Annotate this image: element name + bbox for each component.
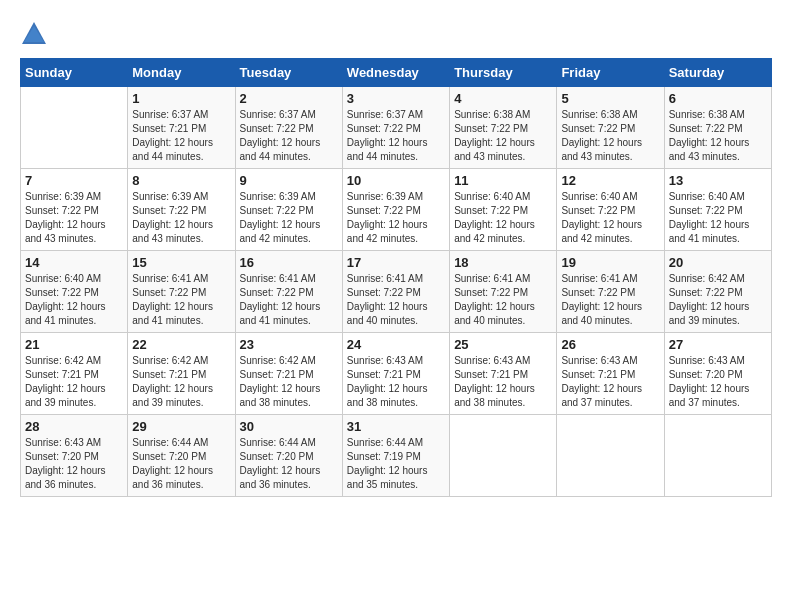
day-number: 15 [132, 255, 230, 270]
calendar-cell: 23Sunrise: 6:42 AM Sunset: 7:21 PM Dayli… [235, 333, 342, 415]
calendar-cell: 25Sunrise: 6:43 AM Sunset: 7:21 PM Dayli… [450, 333, 557, 415]
calendar-cell: 22Sunrise: 6:42 AM Sunset: 7:21 PM Dayli… [128, 333, 235, 415]
day-header-saturday: Saturday [664, 59, 771, 87]
day-header-sunday: Sunday [21, 59, 128, 87]
calendar-cell: 4Sunrise: 6:38 AM Sunset: 7:22 PM Daylig… [450, 87, 557, 169]
calendar-body: 1Sunrise: 6:37 AM Sunset: 7:21 PM Daylig… [21, 87, 772, 497]
calendar-cell [664, 415, 771, 497]
day-detail: Sunrise: 6:42 AM Sunset: 7:22 PM Dayligh… [669, 272, 767, 328]
day-detail: Sunrise: 6:38 AM Sunset: 7:22 PM Dayligh… [669, 108, 767, 164]
logo [20, 20, 50, 48]
calendar-cell: 17Sunrise: 6:41 AM Sunset: 7:22 PM Dayli… [342, 251, 449, 333]
day-detail: Sunrise: 6:37 AM Sunset: 7:22 PM Dayligh… [347, 108, 445, 164]
calendar-week-4: 21Sunrise: 6:42 AM Sunset: 7:21 PM Dayli… [21, 333, 772, 415]
calendar-cell: 15Sunrise: 6:41 AM Sunset: 7:22 PM Dayli… [128, 251, 235, 333]
day-number: 17 [347, 255, 445, 270]
day-detail: Sunrise: 6:42 AM Sunset: 7:21 PM Dayligh… [132, 354, 230, 410]
calendar-cell: 26Sunrise: 6:43 AM Sunset: 7:21 PM Dayli… [557, 333, 664, 415]
day-detail: Sunrise: 6:41 AM Sunset: 7:22 PM Dayligh… [132, 272, 230, 328]
day-header-wednesday: Wednesday [342, 59, 449, 87]
day-number: 4 [454, 91, 552, 106]
day-number: 26 [561, 337, 659, 352]
day-detail: Sunrise: 6:41 AM Sunset: 7:22 PM Dayligh… [347, 272, 445, 328]
day-detail: Sunrise: 6:40 AM Sunset: 7:22 PM Dayligh… [561, 190, 659, 246]
day-detail: Sunrise: 6:44 AM Sunset: 7:19 PM Dayligh… [347, 436, 445, 492]
day-detail: Sunrise: 6:42 AM Sunset: 7:21 PM Dayligh… [240, 354, 338, 410]
day-number: 30 [240, 419, 338, 434]
day-detail: Sunrise: 6:41 AM Sunset: 7:22 PM Dayligh… [240, 272, 338, 328]
calendar-cell: 1Sunrise: 6:37 AM Sunset: 7:21 PM Daylig… [128, 87, 235, 169]
calendar-cell: 27Sunrise: 6:43 AM Sunset: 7:20 PM Dayli… [664, 333, 771, 415]
calendar-cell: 12Sunrise: 6:40 AM Sunset: 7:22 PM Dayli… [557, 169, 664, 251]
calendar-cell: 6Sunrise: 6:38 AM Sunset: 7:22 PM Daylig… [664, 87, 771, 169]
calendar-cell: 31Sunrise: 6:44 AM Sunset: 7:19 PM Dayli… [342, 415, 449, 497]
day-detail: Sunrise: 6:37 AM Sunset: 7:22 PM Dayligh… [240, 108, 338, 164]
calendar-cell: 28Sunrise: 6:43 AM Sunset: 7:20 PM Dayli… [21, 415, 128, 497]
day-detail: Sunrise: 6:39 AM Sunset: 7:22 PM Dayligh… [25, 190, 123, 246]
day-detail: Sunrise: 6:41 AM Sunset: 7:22 PM Dayligh… [561, 272, 659, 328]
day-number: 1 [132, 91, 230, 106]
day-number: 29 [132, 419, 230, 434]
calendar-cell: 5Sunrise: 6:38 AM Sunset: 7:22 PM Daylig… [557, 87, 664, 169]
day-number: 19 [561, 255, 659, 270]
calendar-cell: 3Sunrise: 6:37 AM Sunset: 7:22 PM Daylig… [342, 87, 449, 169]
day-number: 20 [669, 255, 767, 270]
day-number: 16 [240, 255, 338, 270]
day-header-tuesday: Tuesday [235, 59, 342, 87]
day-number: 14 [25, 255, 123, 270]
day-number: 6 [669, 91, 767, 106]
day-detail: Sunrise: 6:43 AM Sunset: 7:21 PM Dayligh… [561, 354, 659, 410]
calendar-week-3: 14Sunrise: 6:40 AM Sunset: 7:22 PM Dayli… [21, 251, 772, 333]
day-number: 21 [25, 337, 123, 352]
svg-marker-1 [24, 26, 44, 42]
calendar-cell: 8Sunrise: 6:39 AM Sunset: 7:22 PM Daylig… [128, 169, 235, 251]
calendar-header-row: SundayMondayTuesdayWednesdayThursdayFrid… [21, 59, 772, 87]
day-number: 13 [669, 173, 767, 188]
day-detail: Sunrise: 6:39 AM Sunset: 7:22 PM Dayligh… [240, 190, 338, 246]
day-detail: Sunrise: 6:44 AM Sunset: 7:20 PM Dayligh… [240, 436, 338, 492]
day-detail: Sunrise: 6:38 AM Sunset: 7:22 PM Dayligh… [561, 108, 659, 164]
calendar-cell: 18Sunrise: 6:41 AM Sunset: 7:22 PM Dayli… [450, 251, 557, 333]
day-detail: Sunrise: 6:43 AM Sunset: 7:21 PM Dayligh… [347, 354, 445, 410]
day-number: 23 [240, 337, 338, 352]
day-number: 3 [347, 91, 445, 106]
calendar-cell: 10Sunrise: 6:39 AM Sunset: 7:22 PM Dayli… [342, 169, 449, 251]
day-number: 25 [454, 337, 552, 352]
day-detail: Sunrise: 6:40 AM Sunset: 7:22 PM Dayligh… [25, 272, 123, 328]
calendar-cell [21, 87, 128, 169]
day-detail: Sunrise: 6:43 AM Sunset: 7:20 PM Dayligh… [669, 354, 767, 410]
calendar-cell: 16Sunrise: 6:41 AM Sunset: 7:22 PM Dayli… [235, 251, 342, 333]
day-detail: Sunrise: 6:37 AM Sunset: 7:21 PM Dayligh… [132, 108, 230, 164]
day-header-monday: Monday [128, 59, 235, 87]
calendar-week-5: 28Sunrise: 6:43 AM Sunset: 7:20 PM Dayli… [21, 415, 772, 497]
day-detail: Sunrise: 6:40 AM Sunset: 7:22 PM Dayligh… [454, 190, 552, 246]
day-detail: Sunrise: 6:38 AM Sunset: 7:22 PM Dayligh… [454, 108, 552, 164]
day-detail: Sunrise: 6:43 AM Sunset: 7:20 PM Dayligh… [25, 436, 123, 492]
day-number: 24 [347, 337, 445, 352]
calendar-cell: 13Sunrise: 6:40 AM Sunset: 7:22 PM Dayli… [664, 169, 771, 251]
day-number: 27 [669, 337, 767, 352]
day-number: 7 [25, 173, 123, 188]
day-header-thursday: Thursday [450, 59, 557, 87]
calendar-cell: 30Sunrise: 6:44 AM Sunset: 7:20 PM Dayli… [235, 415, 342, 497]
day-detail: Sunrise: 6:41 AM Sunset: 7:22 PM Dayligh… [454, 272, 552, 328]
page-header [20, 20, 772, 48]
calendar-table: SundayMondayTuesdayWednesdayThursdayFrid… [20, 58, 772, 497]
calendar-cell: 11Sunrise: 6:40 AM Sunset: 7:22 PM Dayli… [450, 169, 557, 251]
calendar-cell: 2Sunrise: 6:37 AM Sunset: 7:22 PM Daylig… [235, 87, 342, 169]
day-number: 9 [240, 173, 338, 188]
day-number: 31 [347, 419, 445, 434]
day-number: 11 [454, 173, 552, 188]
calendar-cell: 7Sunrise: 6:39 AM Sunset: 7:22 PM Daylig… [21, 169, 128, 251]
calendar-cell: 24Sunrise: 6:43 AM Sunset: 7:21 PM Dayli… [342, 333, 449, 415]
day-detail: Sunrise: 6:40 AM Sunset: 7:22 PM Dayligh… [669, 190, 767, 246]
day-header-friday: Friday [557, 59, 664, 87]
day-detail: Sunrise: 6:43 AM Sunset: 7:21 PM Dayligh… [454, 354, 552, 410]
day-detail: Sunrise: 6:39 AM Sunset: 7:22 PM Dayligh… [132, 190, 230, 246]
calendar-cell: 29Sunrise: 6:44 AM Sunset: 7:20 PM Dayli… [128, 415, 235, 497]
calendar-cell: 20Sunrise: 6:42 AM Sunset: 7:22 PM Dayli… [664, 251, 771, 333]
logo-icon [20, 20, 48, 48]
day-detail: Sunrise: 6:42 AM Sunset: 7:21 PM Dayligh… [25, 354, 123, 410]
day-detail: Sunrise: 6:39 AM Sunset: 7:22 PM Dayligh… [347, 190, 445, 246]
calendar-cell: 21Sunrise: 6:42 AM Sunset: 7:21 PM Dayli… [21, 333, 128, 415]
